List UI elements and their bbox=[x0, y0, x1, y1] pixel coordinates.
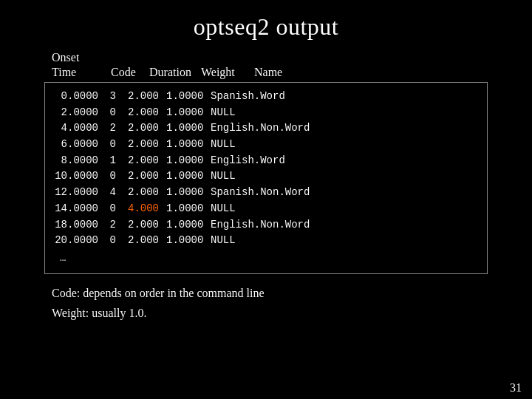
table-row: 4.0000 2 2.000 1.0000 English.Non.Word bbox=[52, 120, 480, 137]
cell-time: 6.0000 bbox=[52, 137, 106, 153]
col-header-weight: Weight bbox=[201, 66, 254, 79]
cell-duration: 2.000 bbox=[128, 168, 166, 185]
table-row: 2.0000 0 2.000 1.0000 NULL bbox=[52, 105, 480, 121]
cell-weight: 1.0000 bbox=[166, 217, 211, 233]
cell-duration: 2.000 bbox=[128, 120, 166, 137]
col-header-name: Name bbox=[254, 66, 387, 79]
ellipsis: … bbox=[52, 249, 480, 267]
footer-line: Code: depends on order in the command li… bbox=[52, 283, 532, 303]
cell-duration: 2.000 bbox=[128, 233, 166, 249]
cell-code: 0 bbox=[106, 201, 128, 217]
footer-line: Weight: usually 1.0. bbox=[52, 303, 532, 323]
cell-weight: 1.0000 bbox=[166, 105, 211, 121]
cell-weight: 1.0000 bbox=[166, 168, 211, 185]
cell-weight: 1.0000 bbox=[166, 233, 211, 249]
cell-weight: 1.0000 bbox=[166, 201, 211, 217]
cell-time: 0.0000 bbox=[52, 89, 106, 105]
cell-time: 2.0000 bbox=[52, 105, 106, 121]
cell-duration: 2.000 bbox=[128, 89, 166, 105]
cell-code: 1 bbox=[106, 153, 128, 169]
cell-duration: 2.000 bbox=[128, 137, 166, 153]
cell-name: NULL bbox=[211, 105, 344, 121]
cell-name: English.Non.Word bbox=[211, 120, 344, 137]
header-section: Onset Time Code Duration Weight Name bbox=[0, 51, 532, 79]
cell-weight: 1.0000 bbox=[166, 137, 211, 153]
cell-name: Spanish.Word bbox=[211, 89, 344, 105]
table-row: 20.0000 0 2.000 1.0000 NULL bbox=[52, 233, 480, 249]
cell-time: 20.0000 bbox=[52, 233, 106, 249]
cell-name: NULL bbox=[211, 233, 344, 249]
cell-time: 12.0000 bbox=[52, 185, 106, 201]
footer-text: Code: depends on order in the command li… bbox=[0, 274, 532, 323]
column-headers: Time Code Duration Weight Name bbox=[52, 66, 532, 79]
table-row: 6.0000 0 2.000 1.0000 NULL bbox=[52, 137, 480, 153]
cell-name: NULL bbox=[211, 201, 344, 217]
cell-code: 2 bbox=[106, 120, 128, 137]
cell-duration: 2.000 bbox=[128, 217, 166, 233]
table-row: 8.0000 1 2.000 1.0000 English.Word bbox=[52, 153, 480, 169]
cell-code: 0 bbox=[106, 137, 128, 153]
data-table: 0.0000 3 2.000 1.0000 Spanish.Word 2.000… bbox=[44, 82, 488, 274]
cell-duration: 2.000 bbox=[128, 105, 166, 121]
table-row: 12.0000 4 2.000 1.0000 Spanish.Non.Word bbox=[52, 185, 480, 201]
cell-name: NULL bbox=[211, 137, 344, 153]
cell-duration: 4.000 bbox=[128, 201, 166, 217]
slide-number: 31 bbox=[510, 381, 522, 395]
onset-label: Onset bbox=[52, 51, 532, 64]
cell-code: 3 bbox=[106, 89, 128, 105]
col-header-duration: Duration bbox=[149, 66, 201, 79]
table-row: 14.0000 0 4.000 1.0000 NULL bbox=[52, 201, 480, 217]
cell-code: 0 bbox=[106, 233, 128, 249]
cell-time: 4.0000 bbox=[52, 120, 106, 137]
cell-code: 0 bbox=[106, 168, 128, 185]
cell-code: 0 bbox=[106, 105, 128, 121]
cell-duration: 2.000 bbox=[128, 185, 166, 201]
cell-weight: 1.0000 bbox=[166, 153, 211, 169]
cell-duration: 2.000 bbox=[128, 153, 166, 169]
cell-code: 4 bbox=[106, 185, 128, 201]
table-row: 18.0000 2 2.000 1.0000 English.Non.Word bbox=[52, 217, 480, 233]
col-header-time: Time bbox=[52, 66, 111, 79]
cell-name: English.Non.Word bbox=[211, 217, 344, 233]
cell-time: 8.0000 bbox=[52, 153, 106, 169]
cell-time: 14.0000 bbox=[52, 201, 106, 217]
table-row: 0.0000 3 2.000 1.0000 Spanish.Word bbox=[52, 89, 480, 105]
cell-time: 18.0000 bbox=[52, 217, 106, 233]
table-row: 10.0000 0 2.000 1.0000 NULL bbox=[52, 168, 480, 185]
cell-weight: 1.0000 bbox=[166, 120, 211, 137]
cell-weight: 1.0000 bbox=[166, 89, 211, 105]
table-body: 0.0000 3 2.000 1.0000 Spanish.Word 2.000… bbox=[52, 89, 480, 249]
cell-time: 10.0000 bbox=[52, 168, 106, 185]
cell-name: NULL bbox=[211, 168, 344, 185]
cell-weight: 1.0000 bbox=[166, 185, 211, 201]
page-title: optseq2 output bbox=[0, 0, 532, 51]
col-header-code: Code bbox=[111, 66, 149, 79]
cell-name: Spanish.Non.Word bbox=[211, 185, 344, 201]
cell-name: English.Word bbox=[211, 153, 344, 169]
cell-code: 2 bbox=[106, 217, 128, 233]
